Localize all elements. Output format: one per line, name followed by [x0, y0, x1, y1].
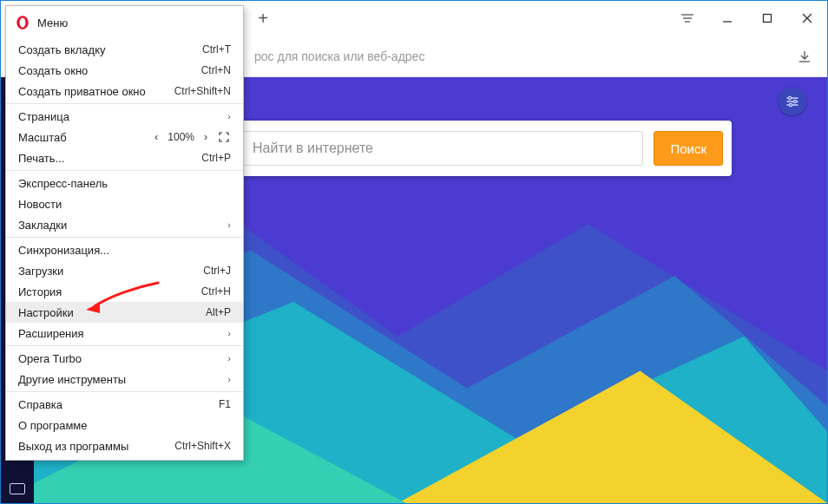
- menu-item-label: Расширения: [18, 327, 222, 340]
- search-button-label: Поиск: [670, 141, 706, 156]
- chevron-right-icon: ›: [227, 111, 231, 121]
- menu-item[interactable]: Создать вкладкуCtrl+T: [6, 39, 243, 60]
- chevron-right-icon: ›: [227, 328, 231, 338]
- zoom-out-button[interactable]: ‹: [150, 131, 162, 143]
- menu-item-shortcut: Ctrl+N: [201, 64, 231, 76]
- menu-item-label: Создать окно: [18, 64, 201, 77]
- menu-item-label: Масштаб: [18, 131, 150, 144]
- menu-item[interactable]: НастройкиAlt+P: [6, 302, 243, 323]
- menu-item-label: Страница: [18, 110, 222, 123]
- menu-item[interactable]: ЗагрузкиCtrl+J: [6, 260, 243, 281]
- menu-item[interactable]: ИсторияCtrl+H: [6, 281, 243, 302]
- zoom-level: 100%: [168, 131, 194, 143]
- menu-item[interactable]: Синхронизация...: [6, 239, 243, 260]
- menu-item-label: Справка: [18, 398, 219, 411]
- zoom-controls: ‹100%›: [150, 131, 231, 143]
- menu-item-label: Синхронизация...: [18, 244, 231, 257]
- menu-item-label: О программе: [18, 419, 231, 432]
- menu-item[interactable]: СправкаF1: [6, 394, 243, 415]
- menu-item[interactable]: Выход из программыCtrl+Shift+X: [6, 435, 243, 456]
- menu-item-shortcut: Ctrl+Shift+N: [174, 85, 231, 97]
- speed-dial-settings-button[interactable]: [779, 88, 806, 115]
- search-card: Найти в интернете Поиск: [229, 121, 732, 176]
- menu-item-label: Другие инструменты: [18, 373, 222, 386]
- menu-item[interactable]: Экспресс-панель: [6, 173, 243, 193]
- svg-point-18: [788, 96, 791, 99]
- menu-item-shortcut: Ctrl+T: [202, 43, 231, 56]
- menu-item[interactable]: Создать окноCtrl+N: [6, 60, 243, 81]
- sidebar-bottom-icon[interactable]: [10, 483, 25, 494]
- chevron-right-icon: ›: [227, 353, 231, 363]
- menu-item-shortcut: Ctrl+H: [201, 285, 231, 298]
- menu-item-label: Экспресс-панель: [18, 177, 231, 190]
- svg-point-22: [20, 17, 26, 27]
- browser-window: + рос для поиска или веб-адрес: [0, 0, 828, 504]
- menu-separator: [6, 170, 243, 171]
- menu-item-label: Новости: [18, 198, 231, 211]
- menu-item-shortcut: Ctrl+P: [201, 152, 231, 164]
- zoom-in-button[interactable]: ›: [200, 131, 212, 143]
- menu-item[interactable]: Другие инструменты›: [6, 369, 243, 389]
- menu-item[interactable]: Создать приватное окноCtrl+Shift+N: [6, 81, 243, 101]
- menu-item[interactable]: Расширения›: [6, 323, 243, 344]
- search-button[interactable]: Поиск: [654, 131, 723, 166]
- menu-item[interactable]: Закладки›: [6, 214, 243, 235]
- menu-item-label: Opera Turbo: [18, 352, 222, 365]
- svg-point-19: [793, 100, 796, 102]
- window-minimize-button[interactable]: [707, 1, 747, 36]
- new-tab-button[interactable]: +: [251, 9, 275, 29]
- opera-menu-panel: Меню Создать вкладкуCtrl+TСоздать окноCt…: [5, 5, 244, 461]
- menu-item-label: Выход из программы: [18, 440, 174, 453]
- chevron-right-icon: ›: [227, 219, 231, 230]
- download-button[interactable]: [792, 44, 817, 69]
- menu-separator: [6, 391, 243, 392]
- menu-item[interactable]: Печать...Ctrl+P: [6, 147, 243, 168]
- fullscreen-button[interactable]: [217, 132, 231, 142]
- menu-item-shortcut: Alt+P: [206, 306, 231, 318]
- menu-item[interactable]: Новости: [6, 193, 243, 214]
- chevron-right-icon: ›: [227, 374, 231, 384]
- easy-setup-icon[interactable]: [667, 1, 707, 36]
- menu-item-shortcut: F1: [219, 398, 231, 410]
- menu-item-label: Создать приватное окно: [18, 85, 174, 98]
- menu-separator: [6, 103, 243, 104]
- menu-item-label: Закладки: [18, 219, 222, 232]
- address-placeholder: рос для поиска или веб-адрес: [254, 49, 424, 63]
- opera-logo-icon: [15, 15, 30, 30]
- menu-item-label: Создать вкладку: [18, 43, 202, 56]
- menu-item-label: История: [18, 285, 201, 298]
- menu-item-shortcut: Ctrl+J: [203, 265, 231, 277]
- menu-header-label: Меню: [37, 16, 68, 29]
- window-close-button[interactable]: [787, 1, 827, 36]
- search-input[interactable]: Найти в интернете: [241, 131, 643, 166]
- menu-separator: [6, 237, 243, 238]
- menu-item[interactable]: Opera Turbo›: [6, 348, 243, 369]
- svg-rect-4: [764, 15, 772, 23]
- search-placeholder: Найти в интернете: [253, 141, 373, 156]
- menu-item-shortcut: Ctrl+Shift+X: [174, 440, 231, 452]
- address-input[interactable]: рос для поиска или веб-адрес: [251, 43, 785, 69]
- menu-item[interactable]: Масштаб‹100%›: [6, 127, 243, 147]
- menu-item[interactable]: О программе: [6, 415, 243, 435]
- menu-item[interactable]: Страница›: [6, 106, 243, 127]
- menu-item-label: Загрузки: [18, 265, 203, 278]
- menu-item-label: Печать...: [18, 152, 201, 165]
- menu-separator: [6, 345, 243, 346]
- menu-header[interactable]: Меню: [6, 6, 243, 39]
- window-maximize-button[interactable]: [747, 1, 787, 36]
- svg-point-20: [789, 103, 792, 106]
- menu-item-label: Настройки: [18, 306, 206, 319]
